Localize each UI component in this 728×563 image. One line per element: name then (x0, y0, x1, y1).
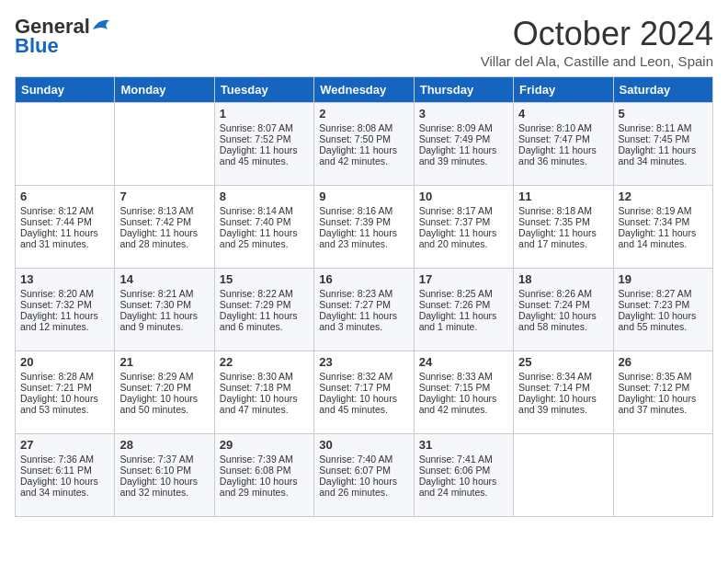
sunrise-text: Sunrise: 8:20 AM (20, 288, 109, 299)
daylight-text: Daylight: 10 hours and 53 minutes. (20, 393, 109, 415)
sunset-text: Sunset: 7:27 PM (319, 299, 408, 310)
calendar-cell: 5Sunrise: 8:11 AMSunset: 7:45 PMDaylight… (613, 103, 712, 186)
logo: General Blue (15, 15, 111, 55)
sunset-text: Sunset: 7:26 PM (419, 299, 508, 310)
day-number: 21 (119, 355, 209, 369)
calendar-cell: 6Sunrise: 8:12 AMSunset: 7:44 PMDaylight… (16, 186, 115, 269)
calendar-cell: 28Sunrise: 7:37 AMSunset: 6:10 PMDayligh… (115, 434, 214, 517)
daylight-text: Daylight: 11 hours and 31 minutes. (20, 227, 109, 249)
daylight-text: Daylight: 11 hours and 14 minutes. (619, 227, 708, 249)
sunrise-text: Sunrise: 8:33 AM (419, 371, 508, 382)
sunset-text: Sunset: 7:15 PM (419, 382, 508, 393)
day-of-week-header: Thursday (414, 77, 513, 103)
daylight-text: Daylight: 10 hours and 50 minutes. (119, 393, 209, 415)
daylight-text: Daylight: 10 hours and 32 minutes. (119, 476, 209, 498)
sunset-text: Sunset: 7:21 PM (20, 382, 109, 393)
sunset-text: Sunset: 7:37 PM (419, 216, 508, 227)
day-number: 18 (518, 272, 608, 286)
sunrise-text: Sunrise: 8:14 AM (220, 205, 309, 216)
sunrise-text: Sunrise: 8:11 AM (619, 122, 708, 133)
calendar-week-row: 27Sunrise: 7:36 AMSunset: 6:11 PMDayligh… (16, 434, 713, 517)
calendar-cell: 18Sunrise: 8:26 AMSunset: 7:24 PMDayligh… (514, 269, 613, 351)
calendar-cell: 25Sunrise: 8:34 AMSunset: 7:14 PMDayligh… (514, 351, 613, 434)
calendar-cell: 16Sunrise: 8:23 AMSunset: 7:27 PMDayligh… (314, 269, 414, 351)
logo-bird-icon (91, 17, 111, 33)
daylight-text: Daylight: 11 hours and 45 minutes. (220, 144, 309, 167)
day-number: 13 (20, 272, 109, 286)
calendar-cell: 2Sunrise: 8:08 AMSunset: 7:50 PMDaylight… (314, 103, 414, 186)
sunset-text: Sunset: 7:50 PM (319, 133, 408, 144)
sunrise-text: Sunrise: 8:13 AM (119, 205, 209, 216)
sunset-text: Sunset: 7:12 PM (619, 382, 708, 393)
sunrise-text: Sunrise: 7:39 AM (220, 454, 309, 465)
daylight-text: Daylight: 10 hours and 34 minutes. (20, 476, 109, 498)
daylight-text: Daylight: 11 hours and 17 minutes. (518, 227, 608, 249)
daylight-text: Daylight: 11 hours and 28 minutes. (119, 227, 209, 249)
daylight-text: Daylight: 11 hours and 9 minutes. (119, 310, 209, 332)
day-of-week-header: Tuesday (214, 77, 313, 103)
day-number: 1 (220, 107, 309, 121)
month-title: October 2024 (481, 15, 713, 53)
sunset-text: Sunset: 7:39 PM (319, 216, 408, 227)
sunset-text: Sunset: 6:10 PM (119, 465, 209, 476)
calendar-cell: 27Sunrise: 7:36 AMSunset: 6:11 PMDayligh… (16, 434, 115, 517)
sunset-text: Sunset: 7:24 PM (518, 299, 608, 310)
day-number: 22 (220, 355, 309, 369)
daylight-text: Daylight: 11 hours and 20 minutes. (419, 227, 508, 249)
calendar-cell: 13Sunrise: 8:20 AMSunset: 7:32 PMDayligh… (16, 269, 115, 351)
calendar-cell: 15Sunrise: 8:22 AMSunset: 7:29 PMDayligh… (214, 269, 313, 351)
sunset-text: Sunset: 6:08 PM (220, 465, 309, 476)
sunrise-text: Sunrise: 8:22 AM (220, 288, 309, 299)
sunset-text: Sunset: 7:44 PM (20, 216, 109, 227)
sunset-text: Sunset: 7:47 PM (518, 133, 608, 144)
calendar-cell: 17Sunrise: 8:25 AMSunset: 7:26 PMDayligh… (414, 269, 513, 351)
day-of-week-header: Sunday (16, 77, 115, 103)
location-title: Villar del Ala, Castille and Leon, Spain (481, 53, 713, 69)
calendar-header-row: SundayMondayTuesdayWednesdayThursdayFrid… (16, 77, 713, 103)
sunrise-text: Sunrise: 8:30 AM (220, 371, 309, 382)
sunrise-text: Sunrise: 8:21 AM (119, 288, 209, 299)
sunset-text: Sunset: 7:30 PM (119, 299, 209, 310)
day-number: 15 (220, 272, 309, 286)
day-number: 10 (419, 190, 508, 203)
calendar-cell: 19Sunrise: 8:27 AMSunset: 7:23 PMDayligh… (613, 269, 712, 351)
day-number: 11 (518, 190, 608, 203)
daylight-text: Daylight: 11 hours and 42 minutes. (319, 144, 408, 167)
calendar-cell: 11Sunrise: 8:18 AMSunset: 7:35 PMDayligh… (514, 186, 613, 269)
day-number: 19 (619, 272, 708, 286)
calendar-cell: 30Sunrise: 7:40 AMSunset: 6:07 PMDayligh… (314, 434, 414, 517)
day-of-week-header: Friday (514, 77, 613, 103)
daylight-text: Daylight: 10 hours and 42 minutes. (419, 393, 508, 415)
sunrise-text: Sunrise: 8:12 AM (20, 205, 109, 216)
calendar-cell: 24Sunrise: 8:33 AMSunset: 7:15 PMDayligh… (414, 351, 513, 434)
calendar-cell: 23Sunrise: 8:32 AMSunset: 7:17 PMDayligh… (314, 351, 414, 434)
sunset-text: Sunset: 7:40 PM (220, 216, 309, 227)
day-number: 14 (119, 272, 209, 286)
day-number: 29 (220, 438, 309, 452)
sunset-text: Sunset: 7:18 PM (220, 382, 309, 393)
day-number: 28 (119, 438, 209, 452)
calendar-cell: 26Sunrise: 8:35 AMSunset: 7:12 PMDayligh… (613, 351, 712, 434)
sunrise-text: Sunrise: 8:23 AM (319, 288, 408, 299)
day-number: 20 (20, 355, 109, 369)
sunset-text: Sunset: 6:11 PM (20, 465, 109, 476)
calendar-cell: 9Sunrise: 8:16 AMSunset: 7:39 PMDaylight… (314, 186, 414, 269)
day-number: 27 (20, 438, 109, 452)
daylight-text: Daylight: 11 hours and 25 minutes. (220, 227, 309, 249)
day-number: 9 (319, 190, 408, 203)
daylight-text: Daylight: 10 hours and 26 minutes. (319, 476, 408, 498)
daylight-text: Daylight: 11 hours and 36 minutes. (518, 144, 608, 167)
day-number: 31 (419, 438, 508, 452)
sunrise-text: Sunrise: 8:34 AM (518, 371, 608, 382)
calendar-cell (115, 103, 214, 186)
calendar-table: SundayMondayTuesdayWednesdayThursdayFrid… (15, 76, 713, 517)
sunrise-text: Sunrise: 8:35 AM (619, 371, 708, 382)
calendar-cell (613, 434, 712, 517)
sunset-text: Sunset: 7:42 PM (119, 216, 209, 227)
day-number: 6 (20, 190, 109, 203)
day-number: 17 (419, 272, 508, 286)
sunset-text: Sunset: 7:29 PM (220, 299, 309, 310)
day-number: 26 (619, 355, 708, 369)
calendar-cell: 21Sunrise: 8:29 AMSunset: 7:20 PMDayligh… (115, 351, 214, 434)
calendar-cell: 12Sunrise: 8:19 AMSunset: 7:34 PMDayligh… (613, 186, 712, 269)
